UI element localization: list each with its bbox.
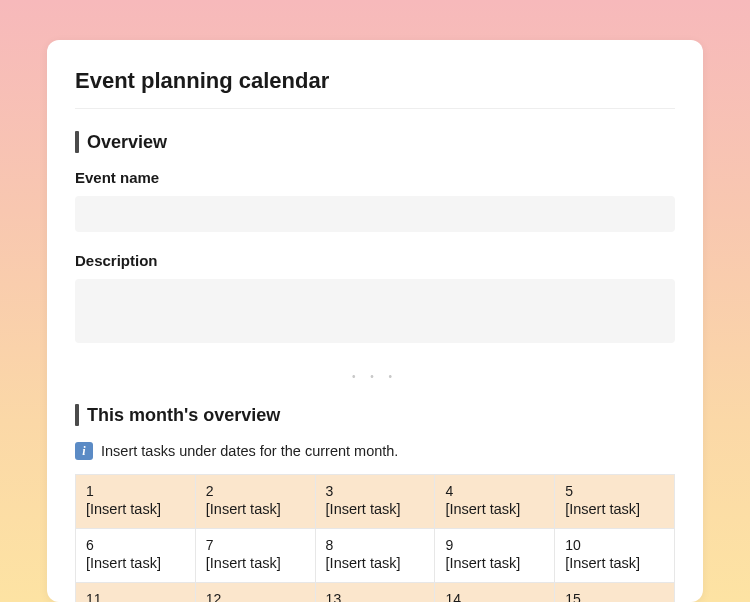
day-number: 5 bbox=[565, 483, 664, 499]
event-name-label: Event name bbox=[75, 169, 675, 186]
calendar-cell[interactable]: 4[Insert task] bbox=[435, 475, 555, 529]
day-number: 15 bbox=[565, 591, 664, 602]
task-placeholder: [Insert task] bbox=[445, 555, 544, 571]
divider-dots-icon: • • • bbox=[75, 371, 675, 382]
info-text: Insert tasks under dates for the current… bbox=[101, 443, 398, 459]
calendar-cell[interactable]: 2[Insert task] bbox=[195, 475, 315, 529]
day-number: 6 bbox=[86, 537, 185, 553]
calendar-cell[interactable]: 7[Insert task] bbox=[195, 529, 315, 583]
heading-bar-icon bbox=[75, 131, 79, 153]
calendar-cell[interactable]: 9[Insert task] bbox=[435, 529, 555, 583]
calendar-cell[interactable]: 5[Insert task] bbox=[555, 475, 675, 529]
description-input[interactable] bbox=[75, 279, 675, 343]
task-placeholder: [Insert task] bbox=[326, 555, 425, 571]
calendar-row: 6[Insert task] 7[Insert task] 8[Insert t… bbox=[76, 529, 675, 583]
calendar-cell[interactable]: 12[Insert task] bbox=[195, 583, 315, 603]
calendar-row: 11[Insert task] 12[Insert task] 13[Inser… bbox=[76, 583, 675, 603]
day-number: 9 bbox=[445, 537, 544, 553]
task-placeholder: [Insert task] bbox=[326, 501, 425, 517]
section-month-label: This month's overview bbox=[87, 405, 280, 426]
task-placeholder: [Insert task] bbox=[206, 555, 305, 571]
calendar-table: 1[Insert task] 2[Insert task] 3[Insert t… bbox=[75, 474, 675, 602]
day-number: 7 bbox=[206, 537, 305, 553]
calendar-row: 1[Insert task] 2[Insert task] 3[Insert t… bbox=[76, 475, 675, 529]
info-line: i Insert tasks under dates for the curre… bbox=[75, 442, 675, 460]
task-placeholder: [Insert task] bbox=[86, 501, 185, 517]
day-number: 3 bbox=[326, 483, 425, 499]
calendar-cell[interactable]: 10[Insert task] bbox=[555, 529, 675, 583]
task-placeholder: [Insert task] bbox=[445, 501, 544, 517]
info-icon: i bbox=[75, 442, 93, 460]
event-name-input[interactable] bbox=[75, 196, 675, 232]
section-overview-heading: Overview bbox=[75, 131, 675, 153]
calendar-cell[interactable]: 14[Insert task] bbox=[435, 583, 555, 603]
task-placeholder: [Insert task] bbox=[565, 555, 664, 571]
task-placeholder: [Insert task] bbox=[86, 555, 185, 571]
heading-bar-icon bbox=[75, 404, 79, 426]
day-number: 11 bbox=[86, 591, 185, 602]
calendar-cell[interactable]: 15[Insert task] bbox=[555, 583, 675, 603]
calendar-cell[interactable]: 13[Insert task] bbox=[315, 583, 435, 603]
day-number: 4 bbox=[445, 483, 544, 499]
day-number: 8 bbox=[326, 537, 425, 553]
day-number: 13 bbox=[326, 591, 425, 602]
task-placeholder: [Insert task] bbox=[565, 501, 664, 517]
day-number: 14 bbox=[445, 591, 544, 602]
calendar-body: 1[Insert task] 2[Insert task] 3[Insert t… bbox=[76, 475, 675, 603]
day-number: 10 bbox=[565, 537, 664, 553]
description-label: Description bbox=[75, 252, 675, 269]
calendar-cell[interactable]: 11[Insert task] bbox=[76, 583, 196, 603]
day-number: 12 bbox=[206, 591, 305, 602]
section-month-heading: This month's overview bbox=[75, 404, 675, 426]
section-overview-label: Overview bbox=[87, 132, 167, 153]
task-placeholder: [Insert task] bbox=[206, 501, 305, 517]
day-number: 1 bbox=[86, 483, 185, 499]
page-title: Event planning calendar bbox=[75, 68, 675, 109]
document-inner: Event planning calendar Overview Event n… bbox=[47, 68, 703, 602]
day-number: 2 bbox=[206, 483, 305, 499]
calendar-cell[interactable]: 6[Insert task] bbox=[76, 529, 196, 583]
document-card: Event planning calendar Overview Event n… bbox=[47, 40, 703, 602]
calendar-cell[interactable]: 8[Insert task] bbox=[315, 529, 435, 583]
calendar-cell[interactable]: 3[Insert task] bbox=[315, 475, 435, 529]
calendar-cell[interactable]: 1[Insert task] bbox=[76, 475, 196, 529]
